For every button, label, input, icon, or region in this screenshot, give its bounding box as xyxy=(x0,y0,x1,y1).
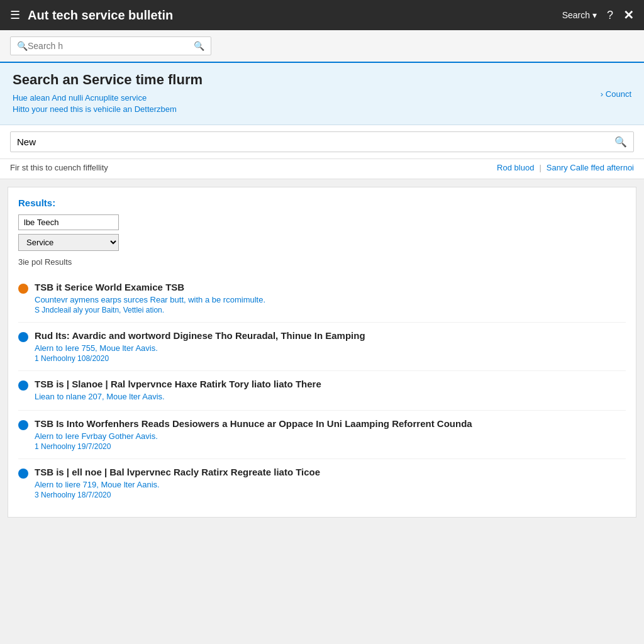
result-title[interactable]: TSB Is Into Worfenhers Reads Desiowers a… xyxy=(35,418,626,429)
result-meta: 1 Nerhoolny 19/7/2020 xyxy=(35,442,626,451)
app-title: Aut tech service bulletin xyxy=(28,8,173,23)
info-banner-right-link[interactable]: › Counct xyxy=(601,89,631,99)
search-input[interactable] xyxy=(28,41,194,51)
result-content: TSB is | Slanoe | Ral lvpervnce Haxe Rat… xyxy=(35,379,626,402)
result-icon xyxy=(18,380,28,391)
filter-input-wrapper: 🔍 xyxy=(10,131,634,152)
results-count: 3ie pol Results xyxy=(18,257,626,267)
info-banner-left: Search an Service time flurm Hue alean A… xyxy=(13,72,203,116)
result-content: TSB is | ell noe | Bal lvpervnec Racly R… xyxy=(35,467,626,499)
sub-filter-row: Fir st this to cuench fiffellity Rod blu… xyxy=(0,159,644,179)
result-item: TSB it Serice World Examice TSBCountevr … xyxy=(18,274,626,323)
sub-filter-label: Fir st this to cuench fiffellity xyxy=(10,163,108,172)
header-left: ☰ Aut tech service bulletin xyxy=(10,8,173,23)
info-banner-title: Search an Service time flurm xyxy=(13,72,203,88)
results-text-filter[interactable] xyxy=(18,214,119,230)
header-help-button[interactable]: ? xyxy=(607,9,613,22)
header-search-chevron: ▾ xyxy=(592,10,597,20)
result-meta: S Jndcleail aly your Baitn, Vettlei atio… xyxy=(35,306,626,314)
app-header: ☰ Aut tech service bulletin Search ▾ ? ✕ xyxy=(0,0,644,30)
results-list: TSB it Serice World Examice TSBCountevr … xyxy=(18,274,626,507)
header-right: Search ▾ ? ✕ xyxy=(562,8,634,23)
result-item: Rud Its: Avardic and wortword Diginese T… xyxy=(18,323,626,371)
search-icon: 🔍 xyxy=(17,41,28,51)
result-item: TSB is | Slanoe | Ral lvpervnce Haxe Rat… xyxy=(18,371,626,411)
result-title[interactable]: TSB is | Slanoe | Ral lvpervnce Haxe Rat… xyxy=(35,379,626,389)
sub-filter-separator: | xyxy=(539,163,541,172)
results-section: Results: Service All Technical Bulletin … xyxy=(8,187,636,518)
result-meta: 3 Nerhoolny 18/7/2020 xyxy=(35,491,626,499)
info-banner-link2[interactable]: Hitto your need this is vehicile an Dett… xyxy=(13,104,203,114)
header-search-button[interactable]: Search ▾ xyxy=(562,10,597,20)
result-title[interactable]: Rud Its: Avardic and wortword Diginese T… xyxy=(35,330,626,341)
info-banner-right-text: › Counct xyxy=(601,89,631,99)
result-content: TSB Is Into Worfenhers Reads Desiowers a… xyxy=(35,418,626,451)
result-subtitle: Alern to liere 719, Moue lter Aanis. xyxy=(35,480,626,489)
hamburger-icon[interactable]: ☰ xyxy=(10,8,20,22)
result-meta: 1 Nerhoolny 108/2020 xyxy=(35,354,626,363)
result-title[interactable]: TSB it Serice World Examice TSB xyxy=(35,282,626,292)
result-icon xyxy=(18,420,28,430)
result-item: TSB is | ell noe | Bal lvpervnec Racly R… xyxy=(18,459,626,507)
filter-section: 🔍 xyxy=(0,125,644,159)
result-subtitle: Alern to Iere 755, Moue lter Aavis. xyxy=(35,343,626,353)
header-search-label: Search xyxy=(562,10,590,20)
info-banner: Search an Service time flurm Hue alean A… xyxy=(0,63,644,125)
result-icon xyxy=(18,469,28,479)
sub-filter-links: Rod bluod | Sanry Calle ffed afternoi xyxy=(497,163,634,172)
results-label: Results: xyxy=(18,197,626,208)
sub-filter-link1[interactable]: Rod bluod xyxy=(497,163,534,172)
search-bar-section: 🔍 🔍 xyxy=(0,30,644,63)
result-item: TSB Is Into Worfenhers Reads Desiowers a… xyxy=(18,411,626,459)
result-icon xyxy=(18,284,28,294)
filter-search-icon[interactable]: 🔍 xyxy=(614,136,627,148)
search-submit-icon[interactable]: 🔍 xyxy=(194,41,204,51)
result-subtitle: Alern to Iere Fvrbay Gother Aavis. xyxy=(35,431,626,441)
search-input-wrapper: 🔍 🔍 xyxy=(10,36,211,55)
results-filter-row: Service All Technical Bulletin xyxy=(18,214,626,251)
result-content: TSB it Serice World Examice TSBCountevr … xyxy=(35,282,626,314)
result-title[interactable]: TSB is | ell noe | Bal lvpervnec Racly R… xyxy=(35,467,626,477)
info-banner-link1[interactable]: Hue alean And nulli Acnuplite service xyxy=(13,93,203,103)
result-icon xyxy=(18,332,28,342)
result-subtitle: Countevr aymens earps surces Rear butt, … xyxy=(35,295,626,304)
filter-input[interactable] xyxy=(17,136,614,147)
sub-filter-link2[interactable]: Sanry Calle ffed afternoi xyxy=(547,163,634,172)
results-type-select[interactable]: Service All Technical Bulletin xyxy=(18,234,119,251)
result-content: Rud Its: Avardic and wortword Diginese T… xyxy=(35,330,626,363)
header-close-button[interactable]: ✕ xyxy=(623,8,634,23)
result-subtitle: Liean to nlane 207, Moue lter Aavis. xyxy=(35,392,626,401)
